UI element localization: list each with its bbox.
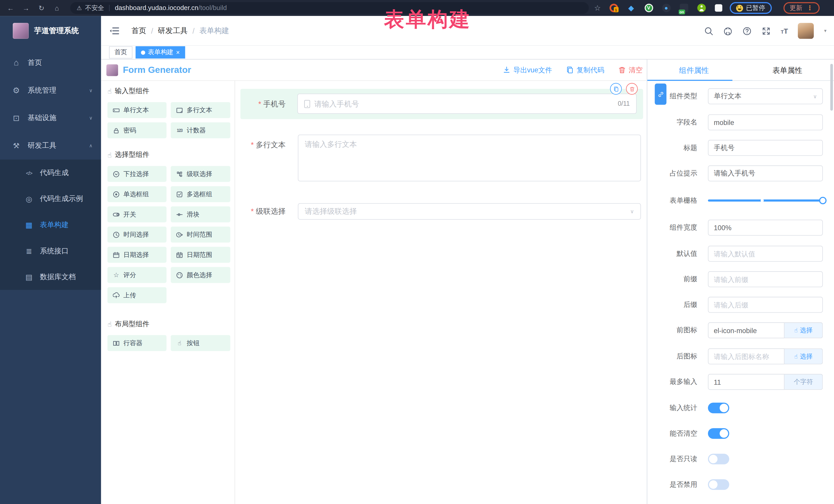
sidebar-item-system[interactable]: 系统管理 bbox=[0, 76, 101, 104]
field-label: 手机号 bbox=[240, 89, 292, 119]
prop-label: 能否清空 bbox=[647, 429, 703, 438]
clearable-toggle[interactable] bbox=[708, 428, 729, 439]
grid-slider[interactable] bbox=[708, 199, 823, 201]
fullscreen-icon[interactable] bbox=[762, 26, 771, 36]
search-icon[interactable] bbox=[704, 26, 713, 36]
textarea-field[interactable] bbox=[298, 134, 641, 181]
extension-icon[interactable]: V bbox=[644, 4, 653, 12]
field-delete-button[interactable] bbox=[626, 83, 638, 95]
component-type-select[interactable]: 单行文本 bbox=[708, 88, 823, 104]
choose-prefix-icon-button[interactable]: 选择 bbox=[785, 322, 823, 338]
link-icon bbox=[657, 91, 664, 97]
copy-code-button[interactable]: 复制代码 bbox=[566, 65, 604, 75]
palette-item-upload[interactable]: 上传 bbox=[108, 287, 167, 303]
breadcrumb-devtools[interactable]: 研发工具 bbox=[158, 26, 188, 36]
palette-item-time-range[interactable]: 时间范围 bbox=[171, 226, 230, 242]
app-logo[interactable]: 芋道管理系统 bbox=[0, 16, 101, 46]
palette-item-rate[interactable]: 评分 bbox=[108, 267, 167, 283]
palette-item-date-picker[interactable]: 日期选择 bbox=[108, 247, 167, 263]
extension-icon[interactable] bbox=[697, 4, 705, 12]
form-canvas[interactable]: 手机号 0/11 多行文本 级联选择 请选择级联选择 bbox=[235, 81, 647, 504]
bookmark-star-icon[interactable]: ☆ bbox=[594, 4, 601, 12]
sidebar-item-codegen[interactable]: 代码生成 bbox=[0, 160, 101, 186]
width-input[interactable] bbox=[708, 220, 823, 236]
sidebar-item-form-builder[interactable]: 表单构建 bbox=[0, 212, 101, 238]
extension-icon[interactable]: on bbox=[680, 4, 688, 12]
sidebar-item-infra[interactable]: 基础设施 bbox=[0, 104, 101, 132]
prefix-icon-input[interactable] bbox=[708, 322, 785, 338]
extensions-puzzle-icon[interactable] bbox=[715, 4, 722, 12]
home-icon[interactable]: ⌂ bbox=[52, 4, 62, 12]
palette-item-button[interactable]: 按钮 bbox=[171, 335, 230, 351]
font-size-icon[interactable]: TT bbox=[781, 27, 788, 35]
suffix-input[interactable] bbox=[708, 297, 823, 313]
palette-item-label: 行容器 bbox=[124, 338, 143, 348]
palette-item-radio-group[interactable]: 单选框组 bbox=[108, 186, 167, 202]
mobile-input-field[interactable] bbox=[314, 100, 614, 108]
chevron-down-icon[interactable] bbox=[824, 28, 827, 34]
copy-icon bbox=[613, 86, 619, 92]
palette-item-checkbox-group[interactable]: 多选框组 bbox=[171, 186, 230, 202]
clear-button[interactable]: 清空 bbox=[618, 65, 642, 75]
user-avatar[interactable] bbox=[798, 23, 814, 39]
palette-item-row-container[interactable]: 行容器 bbox=[108, 335, 167, 351]
max-length-input[interactable] bbox=[708, 374, 785, 390]
field-copy-button[interactable] bbox=[610, 83, 622, 95]
back-icon[interactable]: ← bbox=[6, 4, 15, 12]
default-value-input[interactable] bbox=[708, 246, 823, 262]
palette-item-single-text[interactable]: 单行文本 bbox=[108, 102, 167, 118]
palette-item-select[interactable]: 下拉选择 bbox=[108, 166, 167, 182]
address-bar[interactable]: ⚠ 不安全 dashboard.yudao.iocoder.cn /tool/b… bbox=[70, 2, 589, 14]
tag-home[interactable]: 首页 bbox=[109, 46, 132, 59]
mobile-input[interactable]: 0/11 bbox=[298, 94, 637, 114]
palette-item-color-picker[interactable]: 颜色选择 bbox=[171, 267, 230, 283]
prop-row-field-name: 字段名 bbox=[647, 114, 834, 130]
prefix-input[interactable] bbox=[708, 271, 823, 287]
palette-item-date-range[interactable]: 日期范围 bbox=[171, 247, 230, 263]
sidebar-collapse-icon[interactable] bbox=[109, 26, 119, 36]
extension-icon[interactable] bbox=[662, 4, 671, 12]
placeholder-input[interactable] bbox=[708, 166, 823, 181]
cascader-select[interactable]: 请选择级联选择 bbox=[298, 203, 641, 220]
not-secure-label[interactable]: 不安全 bbox=[85, 3, 104, 12]
github-icon[interactable] bbox=[723, 26, 732, 36]
tab-form-props[interactable]: 表单属性 bbox=[741, 60, 834, 80]
tab-component-props[interactable]: 组件属性 bbox=[647, 60, 741, 80]
forward-icon[interactable]: → bbox=[21, 4, 31, 12]
extension-icon[interactable]: ◆ bbox=[627, 4, 635, 12]
chrome-update-button[interactable]: 更新 bbox=[783, 2, 819, 14]
tag-form-builder[interactable]: 表单构建 bbox=[136, 46, 185, 59]
choose-suffix-icon-button[interactable]: 选择 bbox=[785, 349, 823, 365]
sidebar-item-system-api[interactable]: 系统接口 bbox=[0, 238, 101, 264]
palette-item-switch[interactable]: 开关 bbox=[108, 206, 167, 222]
breadcrumb-home[interactable]: 首页 bbox=[131, 26, 146, 36]
extension-icon[interactable]: 1 bbox=[609, 4, 618, 12]
suffix-icon-input[interactable] bbox=[708, 349, 785, 365]
palette-item-slider[interactable]: 滑块 bbox=[171, 206, 230, 222]
palette-item-cascader[interactable]: 级联选择 bbox=[171, 166, 230, 182]
close-icon[interactable] bbox=[176, 49, 180, 56]
profile-paused-chip[interactable]: 已暂停 bbox=[729, 2, 772, 14]
drawer-link-button[interactable] bbox=[655, 83, 666, 105]
clock-icon bbox=[113, 231, 119, 238]
sidebar-item-codegen-demo[interactable]: 代码生成示例 bbox=[0, 185, 101, 212]
disabled-toggle[interactable] bbox=[708, 479, 729, 490]
sidebar-item-home[interactable]: 首页 bbox=[0, 49, 101, 77]
browser-menu-icon[interactable] bbox=[807, 4, 813, 12]
help-icon[interactable] bbox=[743, 26, 752, 36]
export-vue-button[interactable]: 导出vue文件 bbox=[503, 65, 552, 75]
reload-icon[interactable]: ↻ bbox=[37, 4, 46, 12]
field-name-input[interactable] bbox=[708, 114, 823, 130]
palette-item-password[interactable]: 密码 bbox=[108, 123, 167, 138]
canvas-field-mobile[interactable]: 手机号 0/11 bbox=[240, 89, 643, 119]
title-input[interactable] bbox=[708, 140, 823, 156]
sidebar-item-devtools[interactable]: 研发工具 bbox=[0, 132, 101, 160]
sidebar-item-db-doc[interactable]: 数据库文档 bbox=[0, 264, 101, 290]
prop-label: 是否只读 bbox=[647, 454, 703, 464]
palette-item-textarea[interactable]: 多行文本 bbox=[171, 102, 230, 118]
readonly-toggle[interactable] bbox=[708, 454, 729, 464]
palette-item-time-picker[interactable]: 时间选择 bbox=[108, 226, 167, 242]
input-stats-toggle[interactable] bbox=[708, 403, 729, 413]
slider-handle[interactable] bbox=[819, 197, 827, 204]
palette-item-counter[interactable]: 计数器 bbox=[171, 123, 230, 138]
